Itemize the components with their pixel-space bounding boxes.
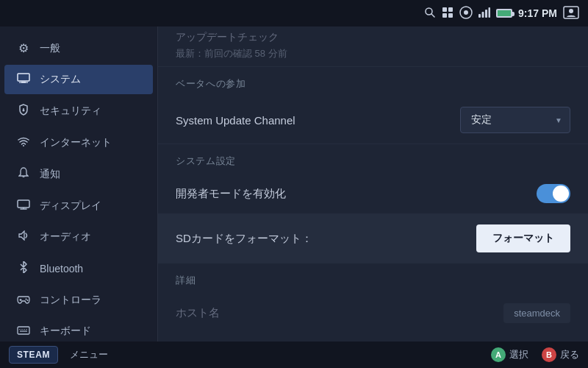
svg-rect-20 [18, 200, 29, 208]
audio-icon [16, 230, 31, 244]
svg-rect-11 [489, 7, 491, 18]
svg-point-25 [26, 299, 27, 300]
sidebar-item-bluetooth[interactable]: Bluetooth [4, 253, 153, 284]
sidebar-item-label-general: 一般 [40, 42, 60, 55]
internet-icon [16, 136, 31, 149]
sd-card-label: SDカードをフォーマット： [176, 232, 312, 246]
signal-icon [478, 7, 490, 20]
search-icon[interactable] [424, 7, 436, 21]
bottom-actions-right: A 選択 B 戻る [491, 347, 579, 362]
keyboard-icon [16, 325, 31, 338]
sidebar-item-label-display: ディスプレイ [40, 199, 101, 213]
svg-rect-5 [448, 13, 453, 18]
sidebar-item-label-controller: コントローラ [40, 294, 101, 307]
back-badge: B [542, 347, 556, 362]
svg-point-26 [27, 300, 29, 301]
partial-host-value: steamdeck [503, 303, 570, 323]
system-icon [16, 73, 31, 86]
status-bar: 9:17 PM [0, 0, 588, 26]
menu-label: メニュー [70, 348, 108, 361]
svg-rect-2 [442, 7, 447, 12]
grid-icon [442, 7, 453, 21]
svg-rect-14 [18, 74, 29, 81]
sidebar-item-label-bluetooth: Bluetooth [40, 263, 83, 275]
developer-mode-row: 開発者モードを有効化 [158, 174, 588, 214]
system-settings-header: システム設定 [158, 144, 588, 174]
sidebar-item-internet[interactable]: インターネット [4, 128, 153, 158]
partial-host-label: ホスト名 [176, 306, 220, 320]
developer-mode-control [537, 184, 570, 203]
developer-mode-label: 開発者モードを有効化 [176, 187, 286, 201]
steam-logo-icon [459, 6, 473, 21]
sidebar-item-general[interactable]: ⚙ 一般 [4, 33, 153, 63]
svg-rect-9 [482, 12, 484, 18]
general-icon: ⚙ [16, 41, 31, 55]
svg-rect-10 [485, 10, 487, 18]
svg-rect-3 [448, 7, 453, 12]
sidebar-item-display[interactable]: ディスプレイ [4, 191, 153, 221]
sidebar-item-notifications[interactable]: 通知 [4, 159, 153, 190]
svg-point-13 [569, 9, 573, 13]
sidebar-item-label-keyboard: キーボード [40, 325, 91, 338]
content-area: アップデートチェック 最新：前回の確認 58 分前 ベータへの参加 System… [158, 26, 588, 342]
controller-icon [16, 294, 31, 307]
sidebar-item-label-internet: インターネット [40, 136, 112, 149]
developer-mode-toggle[interactable] [537, 184, 570, 203]
update-channel-row: System Update Channel 安定 [158, 96, 588, 144]
display-icon [16, 199, 31, 213]
select-badge: A [491, 347, 506, 362]
notifications-icon [16, 167, 31, 182]
sidebar-item-audio[interactable]: オーディオ [4, 222, 153, 252]
svg-rect-27 [18, 327, 29, 334]
partial-detail-row: ホスト名 steamdeck [158, 293, 588, 333]
security-icon [16, 104, 31, 118]
sidebar-item-security[interactable]: セキュリティ [4, 96, 153, 127]
sidebar-item-label-security: セキュリティ [40, 105, 101, 118]
update-channel-label: System Update Channel [176, 114, 295, 127]
sd-card-row: SDカードをフォーマット： フォーマット [158, 214, 588, 263]
back-action: B 戻る [542, 347, 579, 362]
svg-point-19 [23, 145, 24, 146]
update-channel-dropdown[interactable]: 安定 [460, 107, 570, 133]
bottom-bar: STEAM メニュー A 選択 B 戻る [0, 342, 588, 368]
sidebar-item-label-audio: オーディオ [40, 230, 91, 244]
details-section-header: 詳細 [158, 263, 588, 293]
sidebar: ⚙ 一般 システム セキュリティ [0, 26, 158, 342]
battery-icon [496, 7, 512, 20]
partial-update-text: アップデートチェック [176, 31, 570, 44]
sidebar-item-controller[interactable]: コントローラ [4, 286, 153, 315]
format-button[interactable]: フォーマット [476, 224, 570, 252]
top-partial-section: アップデートチェック 最新：前回の確認 58 分前 [158, 26, 588, 67]
select-action: A 選択 [491, 347, 528, 362]
svg-line-1 [431, 14, 434, 17]
sidebar-item-label-system: システム [40, 73, 81, 86]
last-check-time: 最新：前回の確認 58 分前 [176, 47, 570, 60]
sd-card-control: フォーマット [476, 224, 570, 252]
status-icons: 9:17 PM [424, 6, 579, 21]
svg-rect-8 [478, 14, 481, 18]
svg-point-7 [464, 10, 468, 15]
sidebar-item-system[interactable]: システム [4, 65, 153, 94]
bluetooth-icon [16, 261, 31, 276]
beta-section-header: ベータへの参加 [158, 67, 588, 96]
steam-button[interactable]: STEAM [9, 346, 58, 364]
sidebar-item-label-notifications: 通知 [40, 168, 60, 181]
main-layout: ⚙ 一般 システム セキュリティ [0, 26, 588, 342]
update-channel-control: 安定 [460, 107, 570, 133]
select-label: 選択 [509, 348, 528, 361]
back-label: 戻る [560, 348, 579, 361]
svg-rect-4 [442, 13, 447, 18]
account-icon [563, 6, 579, 21]
status-time: 9:17 PM [518, 7, 557, 19]
